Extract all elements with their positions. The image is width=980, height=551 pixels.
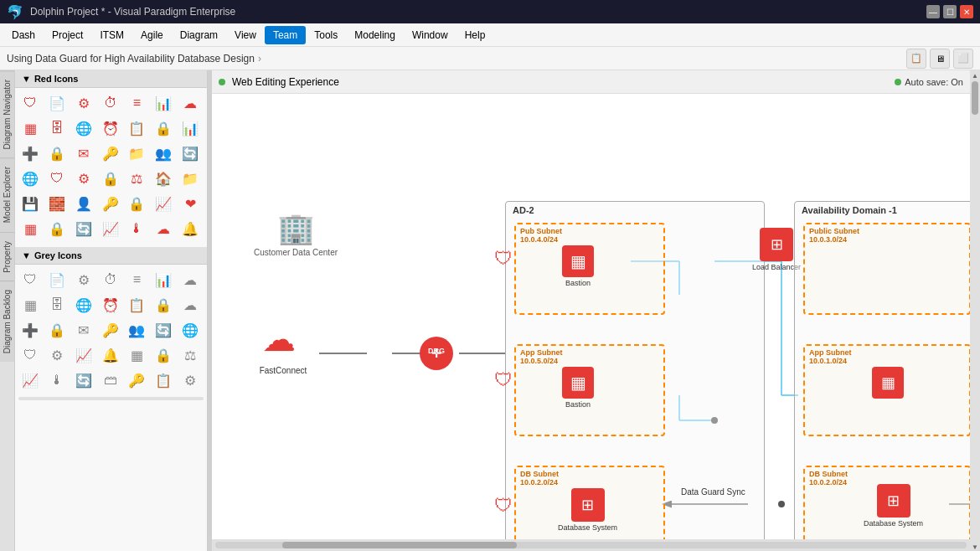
menu-team[interactable]: Team	[265, 26, 306, 44]
red-icon-28[interactable]: 📁	[178, 167, 202, 190]
close-button[interactable]: ✕	[960, 5, 973, 18]
grey-icon-6[interactable]: 📊	[152, 268, 175, 291]
grey-icon-18[interactable]: 🔑	[99, 318, 122, 342]
grey-icon-9[interactable]: 🗄	[45, 293, 69, 317]
toolbar-btn-1[interactable]: 📋	[906, 49, 926, 69]
scroll-up-btn[interactable]: ▲	[972, 72, 978, 80]
red-icon-22[interactable]: 🌐	[18, 167, 42, 190]
grey-icon-35[interactable]: ⚙	[178, 368, 202, 392]
red-icon-34[interactable]: 📈	[152, 192, 175, 215]
grey-icon-26[interactable]: ▦	[125, 343, 148, 367]
menu-project[interactable]: Project	[44, 26, 91, 44]
grey-icon-33[interactable]: 🔑	[125, 368, 148, 392]
red-icon-6[interactable]: 📊	[152, 91, 175, 115]
red-icon-31[interactable]: 👤	[72, 192, 95, 215]
toolbar-btn-3[interactable]: ⬜	[953, 49, 973, 69]
red-icon-21[interactable]: 🔄	[178, 142, 202, 165]
grey-icon-21[interactable]: 🌐	[178, 318, 202, 342]
red-icon-8[interactable]: ▦	[18, 116, 42, 140]
red-icon-15[interactable]: ➕	[18, 142, 42, 165]
grey-icon-20[interactable]: 🔄	[152, 318, 175, 342]
red-icon-32[interactable]: 🔑	[99, 192, 122, 215]
grey-icon-31[interactable]: 🔄	[72, 368, 95, 392]
side-tab-model-explorer[interactable]: Model Explorer	[0, 157, 14, 231]
vertical-scrollbar[interactable]: ▲ ▼	[970, 70, 980, 551]
red-icon-10[interactable]: 🌐	[72, 116, 95, 140]
grey-icon-2[interactable]: 📄	[45, 268, 69, 291]
red-icon-18[interactable]: 🔑	[99, 142, 122, 165]
menu-window[interactable]: Window	[404, 26, 456, 44]
grey-icon-16[interactable]: 🔒	[45, 318, 69, 342]
red-icon-9[interactable]: 🗄	[45, 116, 69, 140]
red-icon-11[interactable]: ⏰	[99, 116, 122, 140]
red-icon-26[interactable]: ⚖	[125, 167, 148, 190]
minimize-button[interactable]: —	[926, 5, 940, 18]
grey-icon-1[interactable]: 🛡	[18, 268, 42, 291]
grey-icon-3[interactable]: ⚙	[72, 268, 95, 291]
red-icon-13[interactable]: 🔒	[152, 116, 175, 140]
red-icon-1[interactable]: 🛡	[18, 91, 42, 115]
red-icon-27[interactable]: 🏠	[152, 167, 175, 190]
grey-icons-header[interactable]: ▼ Grey Icons	[15, 247, 207, 265]
grey-icon-12[interactable]: 📋	[125, 293, 148, 317]
grey-icon-24[interactable]: 📈	[72, 343, 95, 367]
red-icon-40[interactable]: 🌡	[125, 217, 148, 240]
grey-icon-22[interactable]: 🛡	[18, 343, 42, 367]
grey-icon-14[interactable]: ☁	[178, 293, 202, 317]
red-icon-35[interactable]: ❤	[178, 192, 202, 215]
grey-icon-13[interactable]: 🔒	[152, 293, 175, 317]
v-scroll-thumb[interactable]	[972, 81, 978, 115]
grey-icon-10[interactable]: 🌐	[72, 293, 95, 317]
red-icon-19[interactable]: 📁	[125, 142, 148, 165]
red-icon-12[interactable]: 📋	[125, 116, 148, 140]
red-icon-36[interactable]: ▦	[18, 217, 42, 240]
grey-icon-8[interactable]: ▦	[18, 293, 42, 317]
grey-icon-15[interactable]: ➕	[18, 318, 42, 342]
red-icon-4[interactable]: ⏱	[99, 91, 122, 115]
canvas[interactable]: 🏢 Customer Data Center ☁ FastConnect ✛ D…	[212, 94, 970, 539]
menu-tools[interactable]: Tools	[306, 26, 346, 44]
side-tab-property[interactable]: Property	[0, 232, 14, 281]
red-icon-41[interactable]: ☁	[152, 217, 175, 240]
menu-agile[interactable]: Agile	[132, 26, 172, 44]
red-icon-30[interactable]: 🧱	[45, 192, 69, 215]
red-icon-14[interactable]: 📊	[178, 116, 202, 140]
red-icon-39[interactable]: 📈	[99, 217, 122, 240]
menu-diagram[interactable]: Diagram	[172, 26, 226, 44]
red-icon-16[interactable]: 🔒	[45, 142, 69, 165]
h-scroll-thumb[interactable]	[282, 542, 517, 548]
menu-itsm[interactable]: ITSM	[91, 26, 132, 44]
red-icon-5[interactable]: ≡	[125, 91, 148, 115]
menu-view[interactable]: View	[226, 26, 265, 44]
toolbar-btn-2[interactable]: 🖥	[930, 49, 950, 69]
scroll-down-btn[interactable]: ▼	[972, 543, 978, 551]
red-icon-33[interactable]: 🔒	[125, 192, 148, 215]
grey-icon-7[interactable]: ☁	[178, 268, 202, 291]
red-icon-3[interactable]: ⚙	[72, 91, 95, 115]
red-icon-37[interactable]: 🔒	[45, 217, 69, 240]
menu-help[interactable]: Help	[456, 26, 494, 44]
maximize-button[interactable]: ☐	[943, 5, 957, 18]
grey-icon-17[interactable]: ✉	[72, 318, 95, 342]
grey-icon-19[interactable]: 👥	[125, 318, 148, 342]
grey-icon-5[interactable]: ≡	[125, 268, 148, 291]
menu-modeling[interactable]: Modeling	[346, 26, 404, 44]
grey-icon-11[interactable]: ⏰	[99, 293, 122, 317]
red-icon-2[interactable]: 📄	[45, 91, 69, 115]
h-scroll-track[interactable]	[215, 542, 967, 548]
red-icon-24[interactable]: ⚙	[72, 167, 95, 190]
red-icon-23[interactable]: 🛡	[45, 167, 69, 190]
red-icon-7[interactable]: ☁	[178, 91, 202, 115]
red-icon-42[interactable]: 🔔	[178, 217, 202, 240]
grey-icon-28[interactable]: ⚖	[178, 343, 202, 367]
side-tab-diagram-navigator[interactable]: Diagram Navigator	[0, 70, 14, 157]
grey-icon-34[interactable]: 📋	[152, 368, 175, 392]
side-tab-diagram-backlog[interactable]: Diagram Backlog	[0, 281, 14, 362]
red-icon-20[interactable]: 👥	[152, 142, 175, 165]
red-icons-header[interactable]: ▼ Red Icons	[15, 70, 207, 88]
grey-icon-25[interactable]: 🔔	[99, 343, 122, 367]
menu-dash[interactable]: Dash	[3, 26, 44, 44]
grey-icon-4[interactable]: ⏱	[99, 268, 122, 291]
grey-icon-27[interactable]: 🔒	[152, 343, 175, 367]
red-icon-25[interactable]: 🔒	[99, 167, 122, 190]
